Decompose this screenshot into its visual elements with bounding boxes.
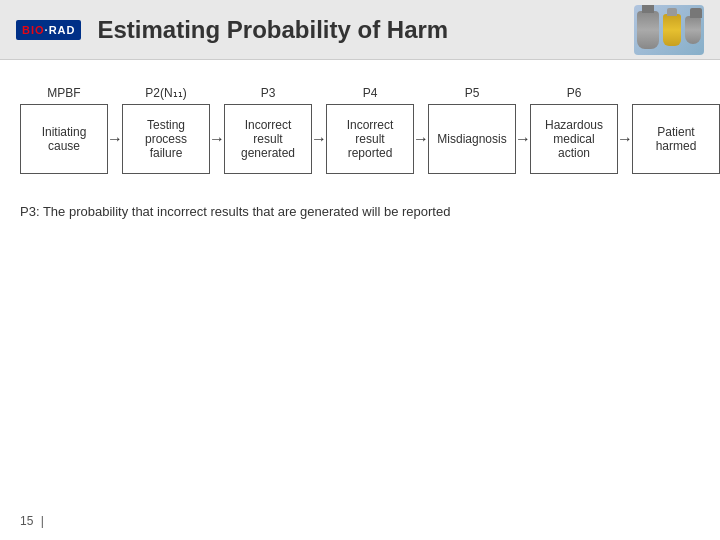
- incorrect-result-generated-text: Incorrect result generated: [241, 118, 295, 160]
- misdiagnosis-text: Misdiagnosis: [437, 132, 506, 146]
- flow-boxes-row: Initiating cause → Testing process failu…: [20, 104, 700, 174]
- misdiagnosis-box: Misdiagnosis: [428, 104, 516, 174]
- patient-harmed-box: Patient harmed: [632, 104, 720, 174]
- page-number: 15: [20, 514, 33, 528]
- p3-label: P3: [224, 86, 312, 100]
- footer-separator: |: [41, 514, 44, 528]
- incorrect-result-generated-box: Incorrect result generated: [224, 104, 312, 174]
- arrow-5: →: [516, 130, 530, 148]
- arrow-2: →: [210, 130, 224, 148]
- initiating-cause-box: Initiating cause: [20, 104, 108, 174]
- header: BIO·RAD Estimating Probability of Harm: [0, 0, 720, 60]
- hazardous-medical-box: Hazardous medical action: [530, 104, 618, 174]
- p2-label: P2(N₁₁): [122, 86, 210, 100]
- arrow-6: →: [618, 130, 632, 148]
- p6-label: P6: [530, 86, 618, 100]
- testing-process-text: Testing process failure: [145, 118, 187, 160]
- hazardous-medical-text: Hazardous medical action: [545, 118, 603, 160]
- testing-process-box: Testing process failure: [122, 104, 210, 174]
- flow-diagram: MPBF P2(N₁₁) P3 P4 P5 P6 I: [20, 86, 700, 174]
- main-content: MPBF P2(N₁₁) P3 P4 P5 P6 I: [0, 60, 720, 235]
- p4-label: P4: [326, 86, 414, 100]
- footer: 15 |: [20, 514, 44, 528]
- incorrect-result-reported-box: Incorrect result reported: [326, 104, 414, 174]
- logo-bio: BIO: [22, 24, 45, 36]
- explanation-text: P3: The probability that incorrect resul…: [20, 204, 700, 219]
- arrow-4: →: [414, 130, 428, 148]
- bio-rad-logo: BIO·RAD: [16, 20, 81, 40]
- logo-rad: RAD: [49, 24, 76, 36]
- patient-harmed-text: Patient harmed: [656, 125, 697, 153]
- arrow-1: →: [108, 130, 122, 148]
- incorrect-result-reported-text: Incorrect result reported: [347, 118, 394, 160]
- arrow-3: →: [312, 130, 326, 148]
- header-decoration: [634, 5, 704, 55]
- p5-label: P5: [428, 86, 516, 100]
- page-title: Estimating Probability of Harm: [97, 16, 634, 44]
- mpbf-label: MPBF: [20, 86, 108, 100]
- initiating-cause-text: Initiating cause: [42, 125, 87, 153]
